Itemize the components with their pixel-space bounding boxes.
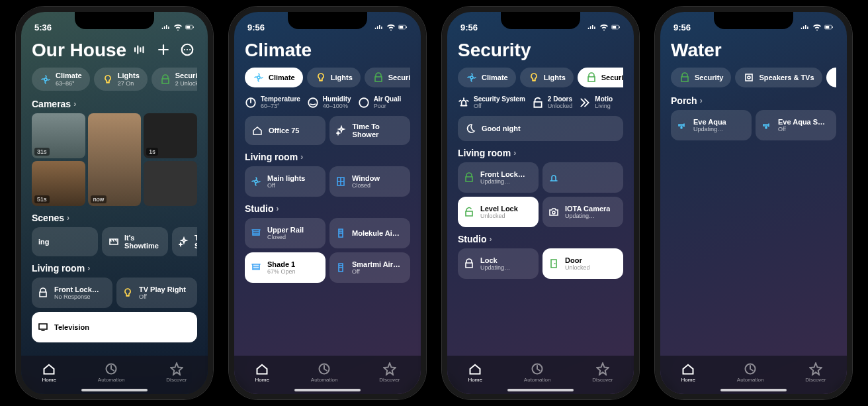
accessory-tile[interactable]: Eve Aqua S…Off: [756, 110, 836, 140]
door-icon: [548, 258, 560, 270]
camera-thumbnail[interactable]: now: [88, 113, 142, 206]
category-pill-lights[interactable]: Lights27 On: [94, 68, 148, 91]
door-icon: [548, 258, 559, 269]
unlock-icon: [464, 207, 474, 217]
waveform-icon[interactable]: [132, 42, 147, 57]
chevron-right-icon: ›: [277, 204, 279, 213]
category-pill-speakers-tvs[interactable]: Speakers & TVs: [735, 68, 822, 87]
category-pill-lights[interactable]: Lights: [520, 68, 574, 87]
accessory-tile[interactable]: Main lightsOff: [245, 166, 326, 197]
chevron-right-icon: ›: [490, 234, 492, 244]
accessory-tile[interactable]: TV Play RightOff: [116, 278, 197, 308]
accessory-tile[interactable]: WindowClosed: [329, 166, 410, 197]
accessory-tile[interactable]: Level LockUnlocked: [458, 197, 539, 227]
unlock-icon: [532, 97, 544, 109]
category-pill-climate[interactable]: Climate63–86°: [32, 68, 90, 91]
notch: [288, 12, 367, 29]
pill-label: Speakers & TVs: [759, 74, 814, 81]
phone-screen-2: 9:56 Security Climate Lights Security Se…: [442, 7, 639, 399]
section-header[interactable]: Studio›: [458, 234, 623, 244]
tab-automation[interactable]: Automation: [98, 362, 124, 383]
section-header[interactable]: Cameras›: [32, 99, 197, 109]
section-header[interactable]: Living room›: [32, 263, 197, 274]
tab-home[interactable]: Home: [255, 362, 269, 383]
accessory-tile[interactable]: Front Lock…Updating…: [458, 162, 539, 193]
category-pill-security[interactable]: Security: [671, 68, 731, 87]
stat-value: Off: [474, 103, 525, 109]
accessory-tile[interactable]: Front Lock…No Response: [32, 278, 112, 308]
tab-home[interactable]: Home: [468, 362, 482, 383]
camera-thumbnail[interactable]: 51s: [32, 161, 85, 206]
tile-status: Updating…: [480, 264, 510, 271]
stat-security-system[interactable]: Security SystemOff: [458, 95, 525, 109]
stat-air-quali[interactable]: Air QualiPoor: [358, 95, 402, 109]
accessory-tile[interactable]: Eve AquaUpdating…: [671, 110, 752, 140]
section-title: Living room: [245, 152, 298, 162]
house-icon: [42, 362, 56, 376]
scene-button[interactable]: Office 75: [245, 116, 326, 145]
scene-button[interactable]: It's Showtime: [102, 227, 168, 256]
section-header[interactable]: Studio›: [245, 203, 410, 214]
stat-humidity[interactable]: Humidity40–100%: [307, 95, 351, 109]
accessory-tile[interactable]: Shade 167% Open: [245, 252, 326, 283]
tile-name: Smartmi Air…: [352, 260, 400, 268]
tab-label: Automation: [98, 377, 124, 383]
scene-label: ing: [38, 238, 50, 246]
category-pill-security[interactable]: Security2 Unlocked: [152, 68, 197, 91]
more-icon[interactable]: [180, 42, 195, 57]
category-pill-security[interactable]: Security: [578, 68, 623, 87]
stat-label: Air Quali: [374, 95, 402, 103]
accessory-tile[interactable]: Smartmi Air…Off: [329, 252, 410, 283]
category-pill-security[interactable]: Security: [365, 68, 410, 87]
stat-motio[interactable]: MotioLiving: [579, 95, 613, 109]
category-pill-water[interactable]: Water: [826, 68, 836, 87]
tab-discover[interactable]: Discover: [805, 362, 826, 383]
accessory-tile[interactable]: Television: [32, 312, 197, 342]
category-pill-climate[interactable]: Climate: [245, 68, 303, 87]
tile-status: Off: [267, 182, 305, 189]
scene-button[interactable]: Time To Shower: [172, 227, 197, 256]
unlock-icon: [532, 97, 544, 109]
tab-discover[interactable]: Discover: [379, 362, 400, 383]
plus-icon[interactable]: [156, 42, 171, 57]
accessory-tile[interactable]: IOTA CameraUpdating…: [542, 197, 623, 227]
section-header[interactable]: Living room›: [458, 148, 623, 158]
category-pill-lights[interactable]: Lights: [307, 68, 361, 87]
waveform-icon: [132, 42, 147, 57]
tab-automation[interactable]: Automation: [311, 362, 337, 383]
accessory-tile[interactable]: Molekule Ai…: [329, 218, 410, 248]
accessory-tile[interactable]: DoorUnlocked: [542, 248, 623, 279]
chevron-right-icon: ›: [67, 213, 69, 223]
air-icon: [358, 97, 370, 109]
camera-thumbnail[interactable]: 1s: [144, 113, 197, 158]
pill-label: Climate: [482, 74, 508, 81]
phone-screen-0: 5:36 Our House Climate63–86° Lights27 On…: [16, 7, 213, 399]
camera-thumbnail[interactable]: 31s: [32, 113, 85, 158]
tab-home[interactable]: Home: [681, 362, 695, 383]
category-pill-climate[interactable]: Climate: [458, 68, 516, 87]
tab-automation[interactable]: Automation: [524, 362, 550, 383]
tab-automation[interactable]: Automation: [737, 362, 763, 383]
accessory-tile[interactable]: LockUpdating…: [458, 248, 539, 279]
accessory-tile[interactable]: Upper RailClosed: [245, 218, 326, 248]
camera-thumbnail[interactable]: [144, 161, 197, 206]
tab-home[interactable]: Home: [42, 362, 56, 383]
section-header[interactable]: Living room›: [245, 152, 410, 162]
scene-button[interactable]: Time To Shower: [329, 116, 410, 145]
lock-icon: [38, 287, 48, 298]
tab-discover[interactable]: Discover: [166, 362, 187, 383]
tab-label: Automation: [311, 377, 337, 383]
scene-button[interactable]: Good night: [458, 116, 623, 141]
tab-discover[interactable]: Discover: [592, 362, 613, 383]
camera-timestamp: 1s: [146, 148, 158, 156]
scene-button[interactable]: ing: [32, 227, 98, 256]
stat--doors[interactable]: 2 DoorsUnlocked: [532, 95, 573, 109]
section-header[interactable]: Porch›: [671, 95, 836, 106]
fan-icon: [250, 176, 262, 187]
section-header[interactable]: Scenes›: [32, 213, 197, 223]
bulb-icon: [122, 287, 134, 299]
stat-temperature[interactable]: Temperature60–73°: [245, 95, 300, 109]
clock-icon: [105, 362, 118, 376]
motion-icon: [579, 97, 591, 109]
accessory-tile[interactable]: [542, 162, 623, 193]
